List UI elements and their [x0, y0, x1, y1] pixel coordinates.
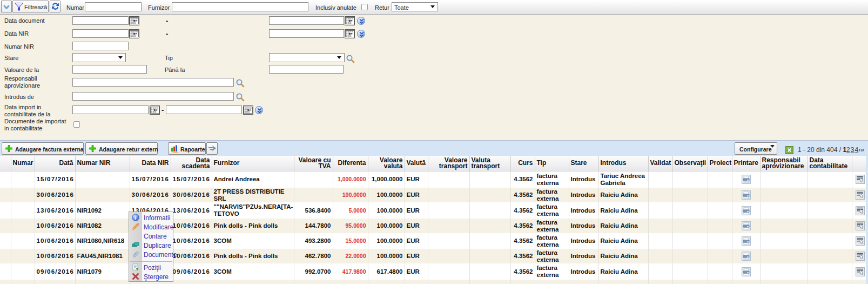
svg-text:i: i [135, 215, 137, 221]
